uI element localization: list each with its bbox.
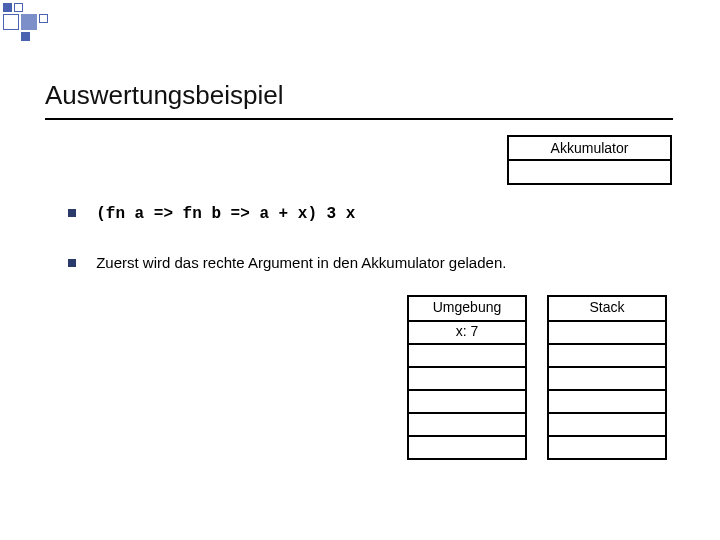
deco-square <box>3 14 19 30</box>
tables-area: Umgebung x: 7 Stack <box>407 295 667 460</box>
environment-row <box>409 389 525 412</box>
title-underline <box>45 118 673 120</box>
deco-square <box>21 32 30 41</box>
environment-row: x: 7 <box>409 320 525 343</box>
deco-square <box>3 3 12 12</box>
stack-row <box>549 343 665 366</box>
environment-row <box>409 343 525 366</box>
corner-decoration <box>0 0 120 50</box>
stack-label: Stack <box>549 297 665 320</box>
bullet-code-line: (fn a => fn b => a + x) 3 x <box>68 204 355 223</box>
environment-label: Umgebung <box>409 297 525 320</box>
stack-table: Stack <box>547 295 667 460</box>
deco-square <box>21 14 37 30</box>
deco-square <box>39 14 48 23</box>
stack-row <box>549 366 665 389</box>
bullet-text: Zuerst wird das rechte Argument in den A… <box>96 254 506 271</box>
accumulator-label: Akkumulator <box>509 137 670 161</box>
stack-row <box>549 320 665 343</box>
environment-row <box>409 366 525 389</box>
environment-row <box>409 435 525 458</box>
accumulator-box: Akkumulator <box>507 135 672 185</box>
deco-square <box>14 3 23 12</box>
accumulator-value <box>509 161 670 183</box>
code-expression: (fn a => fn b => a + x) 3 x <box>96 205 355 223</box>
stack-row <box>549 435 665 458</box>
environment-table: Umgebung x: 7 <box>407 295 527 460</box>
bullet-icon <box>68 259 76 267</box>
stack-row <box>549 389 665 412</box>
bullet-text-line: Zuerst wird das rechte Argument in den A… <box>68 254 506 271</box>
environment-row <box>409 412 525 435</box>
stack-row <box>549 412 665 435</box>
slide-title: Auswertungsbeispiel <box>45 80 283 111</box>
bullet-icon <box>68 209 76 217</box>
